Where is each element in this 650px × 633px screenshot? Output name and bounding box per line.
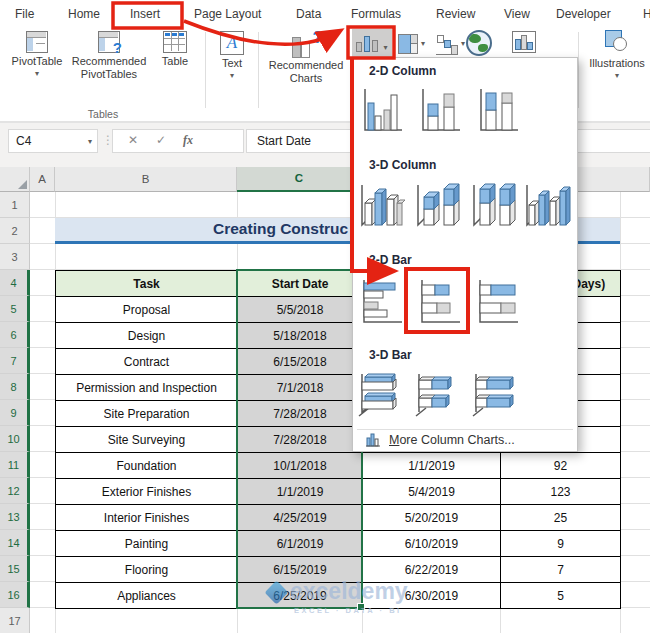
- row-header-11[interactable]: 11: [0, 452, 30, 478]
- end-cell[interactable]: 6/30/2019: [363, 583, 501, 609]
- insert-column-chart-button[interactable]: ▾: [352, 29, 392, 57]
- recommended-pivottables-button[interactable]: ? Recommended PivotTables: [68, 31, 150, 81]
- row-header-3[interactable]: 3: [0, 244, 30, 270]
- name-box[interactable]: C4 ▾: [8, 129, 98, 153]
- pivottable-button[interactable]: PivotTable ▾: [8, 31, 66, 78]
- start-cell[interactable]: 6/1/2019: [238, 531, 363, 557]
- task-cell[interactable]: Permission and Inspection: [56, 375, 238, 401]
- tab-review[interactable]: Review: [436, 7, 475, 21]
- enter-icon[interactable]: ✓: [156, 133, 166, 147]
- start-cell[interactable]: 5/18/2018: [238, 323, 363, 349]
- row-header-7[interactable]: 7: [0, 348, 30, 374]
- stacked-bar-option[interactable]: [417, 277, 463, 327]
- start-cell[interactable]: 5/5/2018: [238, 297, 363, 323]
- tab-help[interactable]: H: [643, 7, 650, 21]
- insert-hierarchy-chart-button[interactable]: ▾: [398, 31, 432, 57]
- task-cell[interactable]: Flooring: [56, 557, 238, 583]
- more-column-charts-item[interactable]: More Column Charts...: [389, 433, 515, 447]
- task-cell[interactable]: Site Preparation: [56, 401, 238, 427]
- three-d-clustered-bar-option[interactable]: [357, 370, 407, 422]
- section-3d-column: 3-D Column: [369, 158, 436, 172]
- header-cell-start[interactable]: Start Date: [238, 271, 363, 297]
- start-cell[interactable]: 6/25/2019: [238, 583, 363, 609]
- row-header-6[interactable]: 6: [0, 322, 30, 348]
- start-cell[interactable]: 7/28/2018: [238, 401, 363, 427]
- hundred-stacked-bar-option[interactable]: [475, 277, 521, 327]
- row-header-13[interactable]: 13: [0, 504, 30, 530]
- tab-page-layout[interactable]: Page Layout: [194, 7, 261, 21]
- insert-map-chart-button[interactable]: [466, 30, 494, 58]
- row-header-12[interactable]: 12: [0, 478, 30, 504]
- task-cell[interactable]: Foundation: [56, 453, 238, 479]
- tab-insert[interactable]: Insert: [130, 7, 160, 21]
- start-cell[interactable]: 1/1/2019: [238, 479, 363, 505]
- end-cell[interactable]: 6/10/2019: [363, 531, 501, 557]
- days-cell[interactable]: 5: [501, 583, 621, 609]
- task-cell[interactable]: Design: [56, 323, 238, 349]
- days-cell[interactable]: 25: [501, 505, 621, 531]
- days-cell[interactable]: 92: [501, 453, 621, 479]
- clustered-column-option[interactable]: [359, 86, 405, 136]
- end-cell[interactable]: 6/22/2019: [363, 557, 501, 583]
- three-d-stacked-column-option[interactable]: [412, 181, 462, 233]
- start-cell[interactable]: 10/1/2018: [238, 453, 363, 479]
- start-cell[interactable]: 4/25/2019: [238, 505, 363, 531]
- row-header-14[interactable]: 14: [0, 530, 30, 556]
- column-header-c[interactable]: C: [237, 166, 362, 192]
- three-d-hundred-stacked-column-option[interactable]: [468, 181, 518, 233]
- task-cell[interactable]: Contract: [56, 349, 238, 375]
- row-header-9[interactable]: 9: [0, 400, 30, 426]
- days-cell[interactable]: 9: [501, 531, 621, 557]
- row-header-1[interactable]: 1: [0, 192, 30, 218]
- row-header-5[interactable]: 5: [0, 296, 30, 322]
- three-d-stacked-bar-option[interactable]: [414, 370, 464, 422]
- three-d-clustered-column-option[interactable]: [356, 181, 406, 233]
- column-header-a[interactable]: A: [30, 166, 55, 192]
- start-cell[interactable]: 6/15/2019: [238, 557, 363, 583]
- three-d-hundred-stacked-bar-option[interactable]: [471, 370, 521, 422]
- pivotchart-button[interactable]: [512, 31, 538, 57]
- clustered-bar-option[interactable]: [359, 277, 405, 327]
- stacked-column-option[interactable]: [417, 86, 463, 136]
- recommended-charts-button[interactable]: ? Recommended Charts: [264, 31, 348, 85]
- row-header-4[interactable]: 4: [0, 270, 30, 296]
- header-cell-task[interactable]: Task: [56, 271, 238, 297]
- task-cell[interactable]: Appliances: [56, 583, 238, 609]
- days-cell[interactable]: 7: [501, 557, 621, 583]
- row-header-2[interactable]: 2: [0, 218, 30, 244]
- task-cell[interactable]: Proposal: [56, 297, 238, 323]
- end-cell[interactable]: 5/20/2019: [363, 505, 501, 531]
- cancel-icon[interactable]: ✕: [128, 133, 138, 147]
- task-cell[interactable]: Exterior Finishes: [56, 479, 238, 505]
- name-box-caret-icon[interactable]: ▾: [88, 137, 92, 146]
- row-header-17[interactable]: 17: [0, 608, 30, 633]
- row-header-15[interactable]: 15: [0, 556, 30, 582]
- tab-data[interactable]: Data: [296, 7, 321, 21]
- tab-home[interactable]: Home: [68, 7, 100, 21]
- column-header-b[interactable]: B: [55, 166, 237, 192]
- tab-formulas[interactable]: Formulas: [351, 7, 401, 21]
- tab-developer[interactable]: Developer: [556, 7, 611, 21]
- days-cell[interactable]: 123: [501, 479, 621, 505]
- table-button[interactable]: Table: [152, 31, 198, 68]
- tab-view[interactable]: View: [504, 7, 530, 21]
- tab-file[interactable]: File: [15, 7, 34, 21]
- end-cell[interactable]: 5/4/2019: [363, 479, 501, 505]
- row-header-16[interactable]: 16: [0, 582, 30, 608]
- end-cell[interactable]: 1/1/2019: [363, 453, 501, 479]
- task-cell[interactable]: Site Surveying: [56, 427, 238, 453]
- select-all-corner[interactable]: [0, 166, 30, 192]
- insert-function-icon[interactable]: fx: [183, 133, 193, 148]
- task-cell[interactable]: Interior Finishes: [56, 505, 238, 531]
- start-cell[interactable]: 7/28/2018: [238, 427, 363, 453]
- start-cell[interactable]: 6/15/2018: [238, 349, 363, 375]
- start-cell[interactable]: 7/1/2018: [238, 375, 363, 401]
- task-cell[interactable]: Painting: [56, 531, 238, 557]
- text-button[interactable]: A Text ▾: [212, 31, 252, 80]
- row-header-8[interactable]: 8: [0, 374, 30, 400]
- illustrations-label: Illustrations: [589, 57, 645, 70]
- row-header-10[interactable]: 10: [0, 426, 30, 452]
- three-d-column-option[interactable]: [521, 181, 571, 233]
- illustrations-button[interactable]: Illustrations ▾: [586, 29, 648, 80]
- hundred-stacked-column-option[interactable]: [475, 86, 521, 136]
